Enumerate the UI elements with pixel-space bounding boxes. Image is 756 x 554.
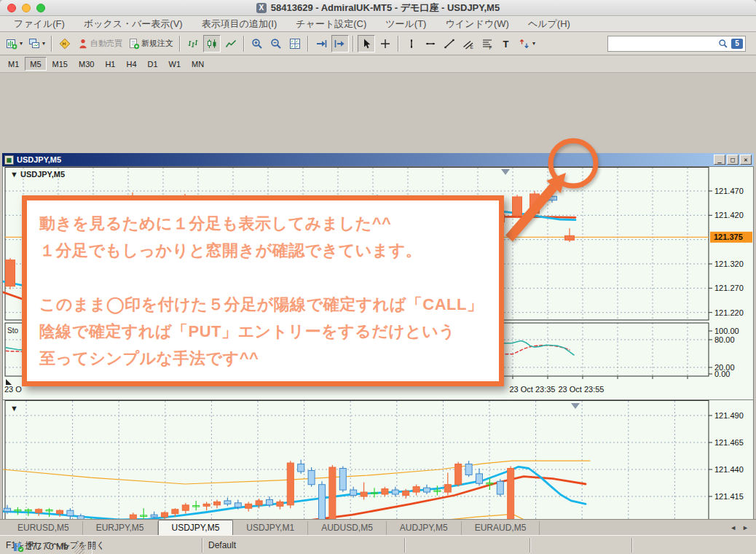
tab-EURJPY,M5[interactable]: EURJPY,M5 bbox=[83, 521, 158, 535]
menu-ヘルプ(H)[interactable]: ヘルプ(H) bbox=[519, 16, 580, 32]
tab-EURUSD,M5[interactable]: EURUSD,M5 bbox=[4, 521, 83, 535]
candlestick bbox=[455, 462, 462, 487]
price-tick-label: 121.220 bbox=[714, 308, 744, 317]
chart-minimize-icon[interactable]: _ bbox=[714, 155, 725, 165]
candlestick bbox=[508, 467, 514, 527]
tab-scroll-left-icon[interactable]: ◄ bbox=[730, 524, 736, 531]
search-icon[interactable] bbox=[718, 39, 728, 49]
dropdown-caret-icon[interactable]: ▾ bbox=[20, 40, 23, 47]
menu-ツール(T)[interactable]: ツール(T) bbox=[376, 16, 436, 32]
horizontal-line-button[interactable] bbox=[422, 35, 439, 52]
timeframe-M5[interactable]: M5 bbox=[25, 57, 46, 71]
current-price-value: 121.375 bbox=[714, 233, 743, 241]
timeframe-M1[interactable]: M1 bbox=[3, 57, 24, 71]
toolbar-separator bbox=[353, 36, 354, 52]
dropdown-caret-icon[interactable]: ▾ bbox=[532, 40, 535, 47]
timeframe-W1[interactable]: W1 bbox=[164, 57, 186, 71]
chart-profiles-button[interactable]: ▾ bbox=[26, 35, 47, 52]
tab-EURAUD,M5[interactable]: EURAUD,M5 bbox=[462, 521, 540, 535]
time-axis-label: 23 Oct 23:35 bbox=[510, 385, 556, 394]
menu-表示項目の追加(I)[interactable]: 表示項目の追加(I) bbox=[192, 16, 287, 32]
chart1-title-bar[interactable]: ▦ USDJPY,M5 _ □ ✕ bbox=[2, 153, 754, 166]
status-profile[interactable]: Default bbox=[202, 538, 405, 553]
status-bar: F1を押してヘルプを開く Default 277 / 0 Mb bbox=[0, 535, 756, 554]
tab-USDJPY,M5[interactable]: USDJPY,M5 bbox=[158, 520, 234, 535]
metaeditor-button[interactable] bbox=[56, 35, 74, 52]
menu-チャート設定(C)[interactable]: チャート設定(C) bbox=[286, 16, 376, 32]
cursor-button[interactable] bbox=[358, 35, 375, 52]
annotation-text-line: 至ってシンプルな手法です^^ bbox=[39, 345, 499, 372]
equidistant-channel-button[interactable]: E bbox=[460, 35, 477, 52]
tab-scroll-right-icon[interactable]: ► bbox=[742, 524, 749, 531]
svg-text:E: E bbox=[470, 44, 474, 50]
crosshair-button[interactable] bbox=[377, 35, 394, 52]
fibonacci-button[interactable]: F bbox=[479, 35, 496, 52]
traffic-lights bbox=[7, 4, 45, 12]
crosshair-icon bbox=[379, 38, 391, 50]
auto-scroll-button[interactable] bbox=[312, 35, 330, 52]
menu-ボックス・バー表示(V)[interactable]: ボックス・バー表示(V) bbox=[74, 16, 192, 32]
menu-ファイル(F)[interactable]: ファイル(F) bbox=[4, 16, 74, 32]
arrows-button[interactable]: ▾ bbox=[516, 35, 538, 52]
candlestick bbox=[339, 467, 346, 493]
toolbar-separator bbox=[307, 36, 309, 52]
search-input[interactable] bbox=[610, 37, 718, 50]
new-order-icon bbox=[128, 38, 140, 50]
chart-shift-icon bbox=[334, 38, 346, 50]
timeframe-D1[interactable]: D1 bbox=[143, 57, 163, 71]
zoom-in-button[interactable] bbox=[248, 35, 266, 52]
minimize-window-icon[interactable] bbox=[22, 4, 31, 12]
chart1-title: USDJPY,M5 bbox=[17, 155, 61, 164]
trend-line-button[interactable] bbox=[441, 35, 458, 52]
chart1-symbol-label[interactable]: ▼ USDJPY,M5 bbox=[10, 170, 65, 179]
vertical-line-button[interactable] bbox=[403, 35, 420, 52]
status-cell bbox=[405, 538, 530, 553]
time-axis-label: 23 Oct 23:55 bbox=[559, 385, 605, 394]
svg-text:T: T bbox=[503, 39, 509, 50]
search-box: 5 bbox=[607, 36, 746, 52]
zoom-out-button[interactable] bbox=[267, 35, 285, 52]
auto-scroll-icon bbox=[315, 38, 327, 50]
timeframe-H1[interactable]: H1 bbox=[100, 57, 120, 71]
new-chart-button[interactable]: ▾ bbox=[4, 35, 25, 52]
traffic-stats: 277 / 0 Mb bbox=[27, 539, 68, 554]
tab-scroll-arrows: ◄► bbox=[730, 520, 749, 535]
resize-grip[interactable] bbox=[74, 544, 84, 554]
candlestick bbox=[513, 195, 522, 218]
text-label-button[interactable]: T bbox=[497, 35, 515, 52]
price-tick-label: 121.415 bbox=[714, 492, 744, 501]
autotrading-button[interactable]: 自動売買 bbox=[75, 35, 125, 52]
line-chart-button[interactable] bbox=[222, 35, 240, 52]
toolbar-separator bbox=[51, 36, 52, 52]
chart-shift-button[interactable] bbox=[331, 35, 349, 52]
new-order-button[interactable]: 新規注文 bbox=[126, 35, 176, 52]
menu-ウインドウ(W)[interactable]: ウインドウ(W) bbox=[436, 16, 518, 32]
timeframe-MN[interactable]: MN bbox=[186, 57, 209, 71]
indicator-name-label: Sto bbox=[7, 327, 18, 335]
community-badge[interactable]: 5 bbox=[731, 39, 743, 49]
timeframe-M15[interactable]: M15 bbox=[47, 57, 73, 71]
close-window-icon[interactable] bbox=[7, 4, 16, 12]
indicator-tick-label: 100.00 bbox=[714, 327, 739, 335]
chart-close-icon[interactable]: ✕ bbox=[740, 155, 752, 165]
chart-maximize-icon[interactable]: □ bbox=[727, 155, 739, 165]
price-tick-label: 121.490 bbox=[714, 411, 744, 420]
timeframe-M30[interactable]: M30 bbox=[74, 57, 99, 71]
bar-chart-button[interactable] bbox=[184, 35, 202, 52]
annotation-text-line: 動きを見るために１分足も表示してみました^^ bbox=[39, 210, 499, 237]
candle-chart-icon bbox=[206, 38, 218, 50]
chart2-symbol-label[interactable]: ▼ bbox=[10, 404, 18, 413]
tile-windows-button[interactable] bbox=[286, 35, 304, 52]
tab-USDJPY,M1[interactable]: USDJPY,M1 bbox=[233, 521, 308, 535]
tab-AUDUSD,M5[interactable]: AUDUSD,M5 bbox=[308, 521, 387, 535]
toolbar: ▾▾自動売買新規注文EFT▾5 bbox=[0, 32, 756, 55]
tab-AUDJPY,M5[interactable]: AUDJPY,M5 bbox=[387, 521, 462, 535]
timeframe-H4[interactable]: H4 bbox=[121, 57, 141, 71]
annotation-text-line: 陰線で確定すれば「PUT」エントリーをするだけという bbox=[39, 318, 499, 345]
dropdown-caret-icon[interactable]: ▾ bbox=[42, 40, 45, 47]
zoom-window-icon[interactable] bbox=[36, 4, 45, 12]
price-tick-label: 121.470 bbox=[714, 187, 744, 195]
candle-chart-button[interactable] bbox=[203, 35, 221, 52]
candlestick bbox=[497, 479, 503, 496]
zoom-out-icon bbox=[270, 38, 282, 50]
